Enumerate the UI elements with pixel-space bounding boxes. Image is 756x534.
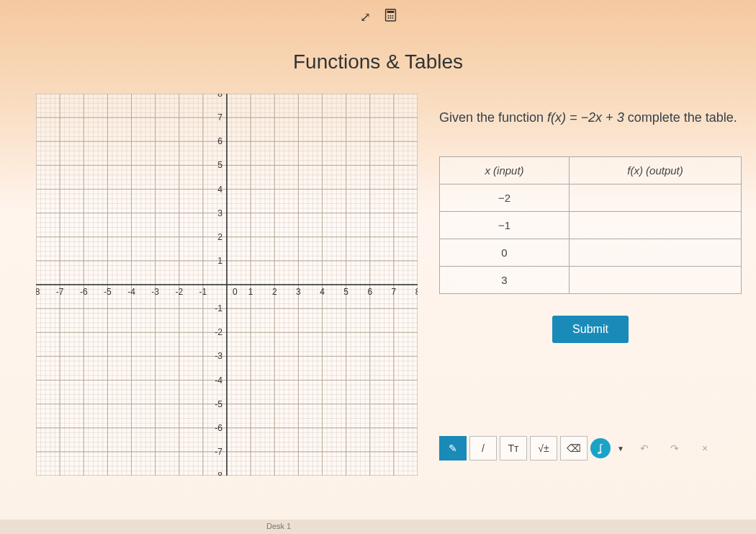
undo-button[interactable]: ↶	[631, 436, 658, 460]
drawing-toolbar: ✎ / Tт √± ⌫ ʆ ▼ ↶ ↷ ×	[439, 436, 719, 460]
svg-text:6: 6	[367, 287, 372, 297]
function-table: x (input) f(x) (output) −2−103	[439, 156, 742, 294]
svg-point-4	[392, 15, 394, 17]
svg-point-2	[388, 15, 390, 17]
svg-text:5: 5	[343, 287, 348, 297]
table-cell-fx[interactable]	[569, 184, 741, 212]
table-cell-x: −2	[440, 184, 570, 212]
table-row: −2	[440, 184, 742, 212]
footer	[0, 520, 756, 534]
svg-text:-1: -1	[215, 303, 222, 313]
submit-button[interactable]: Submit	[552, 316, 629, 343]
line-tool[interactable]: /	[469, 436, 497, 460]
svg-text:1: 1	[248, 287, 253, 297]
svg-text:-2: -2	[215, 327, 222, 337]
svg-text:1: 1	[217, 256, 222, 266]
svg-point-7	[392, 17, 394, 19]
svg-text:-8: -8	[36, 287, 40, 297]
table-row: 3	[440, 267, 742, 294]
svg-point-5	[388, 17, 390, 19]
svg-text:-1: -1	[199, 287, 207, 297]
svg-point-3	[390, 15, 392, 17]
svg-text:-5: -5	[215, 399, 222, 409]
svg-text:-7: -7	[56, 287, 64, 297]
prompt-suffix: complete the table.	[624, 110, 737, 125]
coordinate-grid[interactable]: -8-7-6-5-4-3-2-1123456780 -8-7-6-5-4-3-2…	[36, 94, 418, 476]
svg-text:5: 5	[217, 160, 222, 170]
svg-text:-4: -4	[215, 375, 222, 386]
prompt-function: f(x) = −2x + 3	[547, 110, 624, 125]
table-cell-fx[interactable]	[569, 239, 741, 267]
table-header-fx: f(x) (output)	[569, 157, 741, 184]
svg-rect-1	[387, 11, 395, 13]
svg-text:-2: -2	[175, 287, 183, 297]
table-cell-fx[interactable]	[569, 212, 741, 239]
svg-text:3: 3	[217, 208, 222, 218]
svg-text:4: 4	[320, 287, 325, 297]
svg-text:-4: -4	[127, 287, 135, 297]
calculator-icon[interactable]	[385, 9, 397, 25]
svg-text:6: 6	[217, 136, 222, 146]
svg-text:-7: -7	[215, 447, 222, 457]
table-row: −1	[440, 212, 742, 239]
close-toolbar[interactable]: ×	[691, 436, 719, 460]
svg-text:7: 7	[392, 287, 397, 297]
svg-text:-3: -3	[151, 287, 159, 297]
text-tool[interactable]: Tт	[500, 436, 527, 460]
svg-text:2: 2	[272, 287, 277, 297]
math-tool[interactable]: √±	[530, 436, 557, 460]
page-title: Functions & Tables	[293, 50, 463, 74]
svg-text:8: 8	[415, 287, 418, 297]
grid-svg: -8-7-6-5-4-3-2-1123456780 -8-7-6-5-4-3-2…	[36, 94, 418, 476]
svg-point-6	[390, 17, 392, 19]
prompt-prefix: Given the function	[439, 110, 547, 125]
svg-text:4: 4	[217, 184, 222, 195]
table-cell-fx[interactable]	[569, 267, 741, 294]
table-cell-x: −1	[440, 212, 570, 239]
svg-text:-8: -8	[215, 471, 222, 476]
toolbar-dropdown[interactable]: ▼	[613, 436, 628, 460]
svg-text:-5: -5	[104, 287, 112, 297]
svg-text:8: 8	[217, 94, 222, 99]
scribble-tool[interactable]: ʆ	[590, 438, 611, 458]
svg-text:2: 2	[217, 232, 222, 242]
deck-label: Desk 1	[266, 522, 291, 530]
svg-text:-3: -3	[215, 351, 222, 361]
svg-text:-6: -6	[215, 423, 222, 433]
svg-text:3: 3	[296, 287, 301, 297]
svg-text:0: 0	[233, 287, 238, 297]
table-cell-x: 0	[440, 239, 570, 267]
fullscreen-icon[interactable]: ⤢	[360, 9, 371, 25]
svg-text:-6: -6	[80, 287, 88, 297]
redo-button[interactable]: ↷	[661, 436, 688, 460]
table-cell-x: 3	[440, 267, 570, 294]
table-header-x: x (input)	[440, 157, 570, 184]
table-row: 0	[440, 239, 742, 267]
pencil-tool[interactable]: ✎	[439, 436, 467, 460]
question-prompt: Given the function f(x) = −2x + 3 comple…	[439, 108, 742, 128]
svg-text:7: 7	[217, 112, 222, 123]
eraser-tool[interactable]: ⌫	[560, 436, 588, 460]
